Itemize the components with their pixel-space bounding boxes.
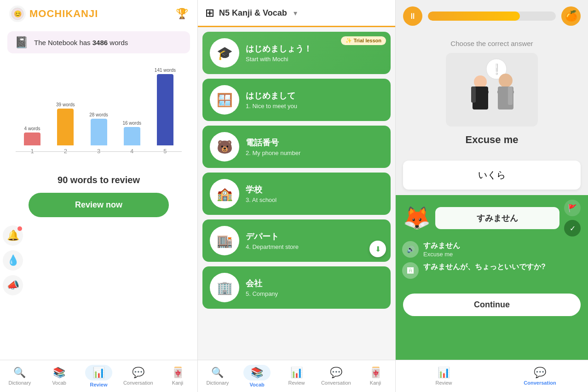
nav-icon-symbol: 📊 — [92, 367, 105, 378]
right-nav-item-review[interactable]: 📊Review — [396, 367, 492, 386]
right-header: ⏸ 🍊 — [396, 0, 588, 32]
bottom-nav-right: 📊Review💬Conversation — [396, 360, 588, 392]
nav-label: Conversation — [321, 380, 351, 386]
scroll-indicator[interactable]: ⬇ — [369, 241, 386, 257]
lesson-thumbnail: 🐻 — [210, 132, 239, 161]
conv-words: すみませんExcuse me — [423, 241, 460, 258]
nav-label: Conversation — [524, 380, 556, 386]
lesson-card-3[interactable]: 🏫学校3. At school — [202, 173, 391, 215]
svg-rect-7 — [471, 86, 476, 103]
nav-icon-symbol: 🔍 — [211, 367, 224, 378]
lesson-title: はじめまして — [246, 90, 383, 101]
bar-body — [124, 127, 140, 145]
lesson-card-4[interactable]: 🏬デパート4. Department store⬇ — [202, 219, 391, 262]
trophy-icon[interactable]: 🏆 — [176, 8, 188, 20]
nav-label: Kanji — [172, 380, 183, 386]
bar-body — [57, 109, 74, 145]
lesson-info: はじめましょう！Start with Mochi — [246, 43, 383, 63]
lesson-thumbnail: 🏫 — [210, 179, 239, 208]
nav-item-conversation[interactable]: 💬Conversation — [118, 367, 158, 386]
lesson-subtitle: 1. Nice to meet you — [246, 103, 383, 110]
trial-badge: ✨ Trial lesson — [341, 36, 386, 45]
notebook-bar[interactable]: 📓 The Notebook has 3486 words — [7, 31, 190, 53]
bottom-nav-middle: 🔍Dictionary📚Vocab📊Review💬Conversation🀄Ka… — [198, 360, 395, 392]
nav-icon-wrap: 🔍 — [211, 367, 224, 379]
illustration-svg: ❕ — [446, 55, 538, 124]
answer-option[interactable]: いくら — [403, 161, 581, 190]
right-panel: ⏸ 🍊 Choose the correct answer ❕ — [396, 0, 588, 392]
svg-text:😊: 😊 — [14, 10, 22, 18]
nav-icon-symbol: 🔍 — [13, 367, 26, 378]
middle-nav-item-vocab[interactable]: 📚Vocab — [237, 365, 277, 387]
nav-icon-wrap: 📚 — [243, 365, 271, 380]
lesson-thumbnail: 🎓 — [210, 38, 239, 68]
review-words-label: 90 words to review — [58, 175, 140, 185]
chevron-down-icon[interactable]: ▾ — [294, 9, 297, 17]
middle-panel: ⊞ N5 Kanji & Vocab ▾ 🎓はじめましょう！Start with… — [198, 0, 396, 392]
svg-rect-11 — [508, 86, 513, 105]
nav-item-review[interactable]: 📊Review — [79, 365, 119, 387]
lesson-subtitle: 2. My phone number — [246, 150, 383, 156]
lesson-title: 学校 — [246, 184, 383, 195]
illustration: ❕ — [446, 53, 538, 127]
logo-text: MOCHIKANJI — [29, 8, 98, 20]
conv-english: Excuse me — [423, 251, 460, 258]
conv-japanese: すみません — [423, 241, 460, 251]
lesson-subtitle: 3. At school — [246, 196, 383, 203]
progress-fill — [428, 12, 520, 21]
lesson-card-2[interactable]: 🐻電話番号2. My phone number — [202, 126, 391, 168]
middle-nav-item-conversation[interactable]: 💬Conversation — [316, 367, 356, 386]
nav-item-vocab[interactable]: 📚Vocab — [40, 367, 79, 386]
lesson-info: デパート4. Department store — [246, 231, 383, 250]
nav-icon-symbol: 🀄 — [172, 367, 184, 378]
nav-icon-symbol: 💬 — [330, 367, 342, 378]
conversation-item-1: 🅰すみませんが、ちょっといいですか? — [402, 262, 582, 279]
question-label: Choose the correct answer — [403, 40, 581, 47]
nav-label: Review — [288, 380, 305, 386]
nav-icon-wrap: 💬 — [330, 367, 342, 379]
nav-item-kanji[interactable]: 🀄Kanji — [158, 367, 197, 386]
bar-top-label: 28 words — [89, 112, 108, 117]
pause-button[interactable]: ⏸ — [403, 6, 422, 26]
middle-nav-item-review[interactable]: 📊Review — [277, 367, 317, 386]
notebook-icon: 📓 — [15, 36, 29, 49]
mochi-mascot: 🦊 — [403, 207, 431, 229]
svg-point-5 — [474, 75, 487, 88]
nav-label: Review — [90, 382, 108, 387]
check-button[interactable]: ✓ — [564, 220, 581, 236]
conv-japanese: すみませんが、ちょっといいですか? — [423, 262, 546, 272]
chart-column: 39 words 2 — [49, 102, 82, 155]
nav-icon-symbol: 📊 — [290, 367, 303, 378]
speaker-icon[interactable]: 🔊 — [402, 241, 419, 258]
lesson-card-5[interactable]: 🏢会社5. Company — [202, 266, 391, 309]
bottom-nav-left: 🔍Dictionary📚Vocab📊Review💬Conversation🀄Ka… — [0, 360, 197, 392]
middle-header-title: N5 Kanji & Vocab — [219, 8, 287, 18]
lesson-info: はじめまして1. Nice to meet you — [246, 90, 383, 110]
right-nav-item-conversation[interactable]: 💬Conversation — [492, 367, 588, 386]
lesson-title: 会社 — [246, 278, 383, 289]
bell-icon-button[interactable]: 🔔 — [3, 225, 23, 246]
middle-header-icon: ⊞ — [205, 6, 214, 19]
nav-item-dictionary[interactable]: 🔍Dictionary — [0, 367, 40, 386]
chart-wrapper: 4 words 1 39 words 2 28 words 3 16 words… — [11, 69, 186, 166]
sidebar-float-icons: 🔔 💧 📣 — [3, 225, 23, 295]
chart-column: 4 words 1 — [16, 126, 49, 155]
nav-label: Conversation — [123, 380, 153, 386]
lesson-card-0[interactable]: 🎓はじめましょう！Start with Mochi✨ Trial lesson — [202, 32, 391, 74]
lesson-thumbnail: 🏬 — [210, 226, 239, 255]
question-area: Choose the correct answer ❕ — [396, 32, 588, 161]
continue-button[interactable]: Continue — [403, 294, 581, 316]
lesson-card-1[interactable]: 🪟はじめまして1. Nice to meet you — [202, 79, 391, 121]
bar-body — [91, 119, 107, 145]
megaphone-icon-button[interactable]: 📣 — [3, 275, 23, 295]
water-icon-button[interactable]: 💧 — [3, 250, 23, 271]
review-now-button[interactable]: Review now — [29, 193, 169, 217]
middle-nav-item-dictionary[interactable]: 🔍Dictionary — [198, 367, 237, 386]
svg-text:❕: ❕ — [490, 63, 503, 75]
logo-area: 😊 MOCHIKANJI — [9, 6, 98, 22]
middle-nav-item-kanji[interactable]: 🀄Kanji — [356, 367, 395, 386]
lesson-title: 電話番号 — [246, 137, 383, 148]
nav-label: Review — [435, 380, 452, 386]
flag-button[interactable]: 🚩 — [564, 200, 581, 216]
nav-icon-symbol: 💬 — [132, 367, 144, 378]
